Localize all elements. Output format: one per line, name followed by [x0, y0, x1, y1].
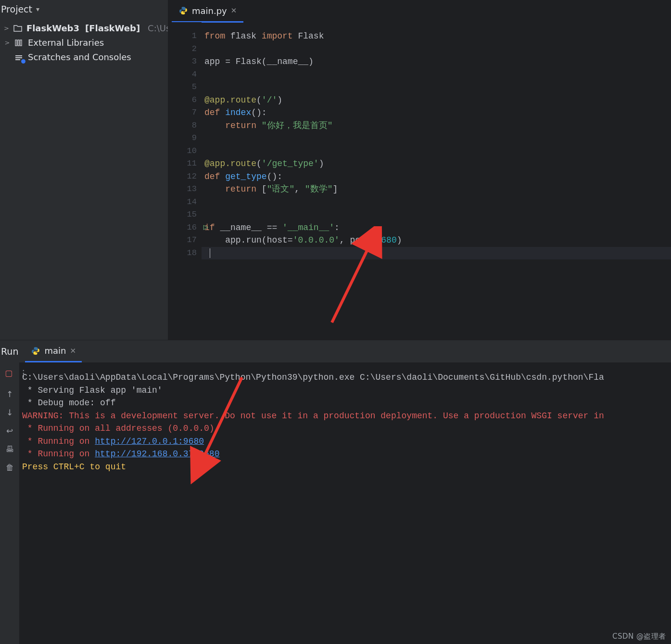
- tree-row-root[interactable]: > FlaskWeb3 [FlaskWeb] C:\Users\daoli\l: [4, 21, 168, 36]
- editor-gutter: 12345678910111213141516▷1718: [168, 22, 202, 340]
- project-tool-window: Project ▾ > FlaskWeb3 [FlaskWeb] C:\User…: [0, 0, 168, 340]
- run-tool-window: Run main ✕ ▷ ▢ ⋮ ↑ ↓ ↩ 🖶 🗑 C:\Users\daol…: [0, 340, 671, 644]
- soft-wrap-icon[interactable]: ↩: [6, 426, 13, 436]
- up-arrow-icon[interactable]: ↑: [6, 389, 13, 399]
- tree-item-label: External Libraries: [28, 36, 104, 50]
- print-icon[interactable]: 🖶: [6, 444, 14, 454]
- console-output[interactable]: C:\Users\daoli\AppData\Local\Programs\Py…: [19, 362, 671, 644]
- code-content[interactable]: from flask import Flask app = Flask(__na…: [202, 22, 671, 340]
- scratches-icon: [14, 52, 24, 62]
- editor-tab-label: main.py: [192, 6, 227, 16]
- expand-toggle[interactable]: >: [4, 21, 9, 36]
- svg-rect-2: [20, 40, 22, 46]
- run-panel-title: Run: [1, 346, 18, 357]
- code-editor[interactable]: 12345678910111213141516▷1718 from flask …: [168, 22, 671, 340]
- project-tree: > FlaskWeb3 [FlaskWeb] C:\Users\daoli\l …: [0, 18, 168, 64]
- svg-rect-0: [15, 40, 17, 46]
- editor-panel: main.py ✕ 12345678910111213141516▷1718 f…: [168, 0, 671, 340]
- tree-item-path: C:\Users\daoli\l: [148, 21, 168, 36]
- project-header[interactable]: Project ▾: [0, 0, 168, 18]
- svg-rect-3: [15, 55, 22, 56]
- down-arrow-icon[interactable]: ↓: [6, 408, 13, 417]
- python-file-icon: [178, 6, 188, 15]
- chevron-down-icon: ▾: [36, 5, 39, 13]
- folder-icon: [13, 24, 23, 33]
- close-icon[interactable]: ✕: [70, 347, 76, 355]
- tree-item-label: FlaskWeb3: [26, 21, 79, 36]
- close-icon[interactable]: ✕: [231, 6, 237, 15]
- expand-toggle[interactable]: >: [4, 36, 11, 50]
- tree-item-label: Scratches and Consoles: [28, 50, 131, 64]
- stop-icon[interactable]: ▢: [5, 368, 13, 378]
- tree-row-external-libraries[interactable]: > External Libraries: [4, 36, 168, 50]
- editor-tab-main-py[interactable]: main.py ✕: [172, 0, 243, 23]
- python-file-icon: [31, 346, 40, 356]
- run-tab-main[interactable]: main ✕: [25, 340, 82, 362]
- svg-rect-1: [18, 40, 19, 46]
- svg-rect-4: [15, 57, 22, 58]
- library-icon: [14, 38, 24, 48]
- trash-icon[interactable]: 🗑: [6, 463, 14, 472]
- console-link[interactable]: http://192.168.0.37:9680: [95, 449, 219, 459]
- editor-tab-bar: main.py ✕: [168, 0, 671, 22]
- console-link[interactable]: http://127.0.0.1:9680: [95, 437, 204, 446]
- tree-item-suffix: [FlaskWeb]: [85, 21, 140, 36]
- project-title-label: Project: [1, 4, 32, 14]
- run-gutter-icon[interactable]: ▷: [203, 221, 208, 234]
- svg-rect-5: [15, 59, 20, 60]
- run-toolbar: ▷ ▢ ⋮ ↑ ↓ ↩ 🖶 🗑: [0, 362, 19, 644]
- tree-row-scratches[interactable]: Scratches and Consoles: [4, 50, 168, 64]
- run-tab-label: main: [44, 346, 66, 356]
- watermark-text: CSDN @盗理者: [612, 632, 666, 641]
